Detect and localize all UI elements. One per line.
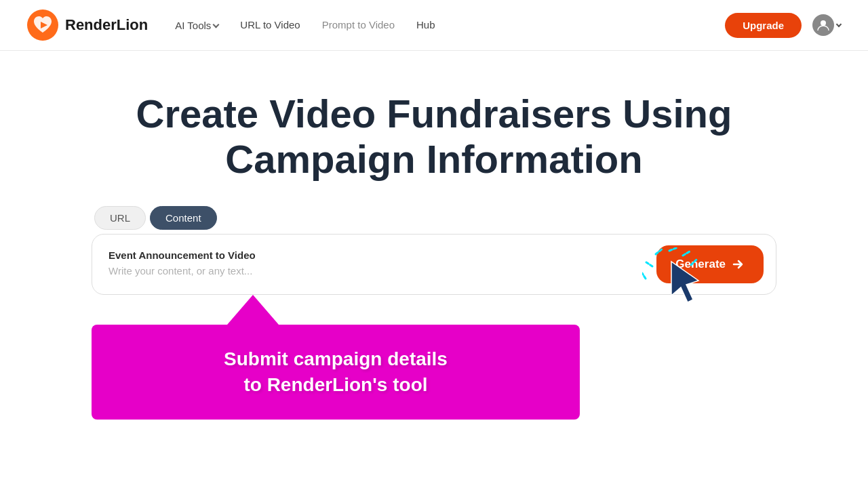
- svg-marker-9: [671, 262, 698, 302]
- navbar-right: Upgrade: [725, 13, 841, 38]
- hero-title: Create Video Fundraisers Using Campaign …: [136, 92, 732, 182]
- svg-line-7: [642, 273, 646, 279]
- nav-item-ai-tools[interactable]: AI Tools: [175, 20, 218, 31]
- tab-content[interactable]: Content: [150, 206, 217, 230]
- cursor-area: [642, 247, 703, 304]
- tooltip-banner: Submit campaign details to RenderLion's …: [92, 325, 580, 420]
- input-placeholder-text: Write your content, or any text...: [108, 265, 667, 277]
- svg-point-2: [821, 20, 826, 26]
- tooltip-text: Submit campaign details to RenderLion's …: [224, 346, 448, 398]
- user-menu[interactable]: [812, 14, 841, 36]
- svg-line-6: [646, 262, 652, 266]
- input-label: Event Announcement to Video: [108, 249, 667, 261]
- user-chevron-icon: [836, 22, 842, 27]
- logo-icon: [27, 9, 58, 41]
- tab-row: URL Content: [92, 206, 776, 230]
- tab-url[interactable]: URL: [94, 206, 146, 230]
- navbar: RenderLion AI Tools URL to Video Prompt …: [0, 0, 868, 51]
- logo-text: RenderLion: [65, 16, 148, 34]
- arrow-right-icon: [731, 258, 745, 271]
- chevron-down-icon: [213, 21, 220, 28]
- logo[interactable]: RenderLion: [27, 9, 148, 41]
- tooltip-area: Submit campaign details to RenderLion's …: [92, 295, 776, 420]
- cursor-pointer-icon: [666, 260, 703, 304]
- nav-item-url-to-video[interactable]: URL to Video: [240, 19, 300, 31]
- tooltip-arrow: [227, 295, 279, 325]
- upgrade-button[interactable]: Upgrade: [725, 13, 802, 38]
- svg-line-5: [683, 251, 690, 256]
- navbar-left: RenderLion AI Tools URL to Video Prompt …: [27, 9, 435, 41]
- svg-line-4: [669, 247, 677, 251]
- svg-line-3: [656, 249, 663, 254]
- nav-item-prompt-to-video[interactable]: Prompt to Video: [322, 19, 395, 31]
- avatar: [812, 14, 834, 36]
- nav-links: AI Tools URL to Video Prompt to Video Hu…: [175, 19, 435, 31]
- main-content: Create Video Fundraisers Using Campaign …: [0, 51, 868, 420]
- nav-item-hub[interactable]: Hub: [416, 19, 435, 31]
